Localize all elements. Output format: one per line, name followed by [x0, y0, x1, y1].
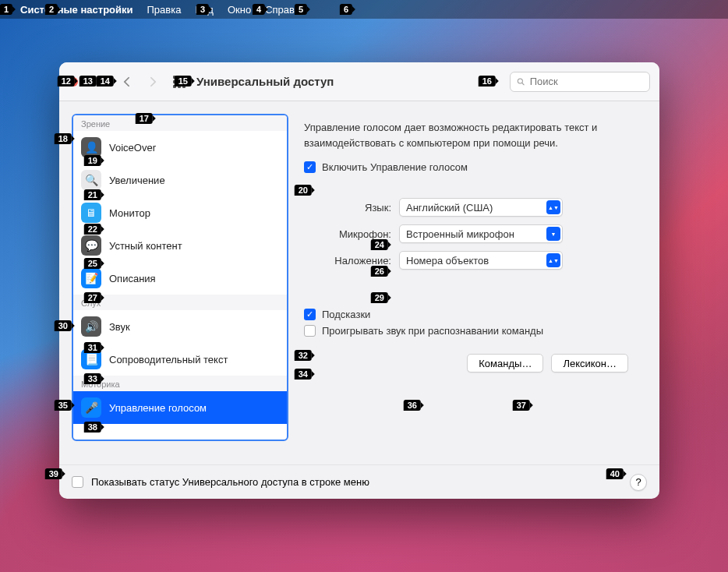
play-sound-checkbox[interactable]: [304, 325, 316, 337]
descriptions-icon: 📝: [81, 268, 101, 288]
annotation-marker: 38: [84, 422, 101, 433]
language-label: Язык:: [304, 202, 391, 214]
voice-control-icon: 🎤: [81, 397, 101, 418]
annotation-marker: 40: [606, 468, 624, 479]
annotation-marker: 22: [84, 224, 101, 235]
annotation-marker: 30: [55, 320, 72, 331]
annotation-marker: 19: [84, 155, 101, 166]
annotation-marker: 6: [340, 4, 352, 15]
annotation-marker: 35: [55, 400, 72, 411]
menubar: Системные настройки Правка Вид Окно Спра…: [0, 0, 728, 19]
vocabulary-button[interactable]: Лексикон…: [551, 354, 628, 373]
back-button[interactable]: [117, 72, 136, 91]
chevron-updown-icon: ▲▼: [546, 200, 560, 214]
section-vision: Зрение: [73, 115, 287, 131]
show-status-checkbox[interactable]: [72, 476, 83, 488]
help-button[interactable]: ?: [630, 474, 647, 491]
svg-point-0: [518, 78, 522, 83]
language-select[interactable]: Английский (США) ▲▼: [399, 198, 563, 217]
system-preferences-window: Универсальный доступ Зрение 👤 VoiceOver …: [59, 62, 659, 499]
overlay-select[interactable]: Номера объектов ▲▼: [399, 251, 563, 270]
window-title: Универсальный доступ: [196, 75, 334, 88]
annotation-marker: 33: [84, 373, 101, 384]
sidebar-item-label: Сопроводительный текст: [109, 354, 228, 365]
annotation-marker: 21: [84, 189, 101, 200]
annotation-marker: 13: [80, 76, 97, 87]
window-titlebar: Универсальный доступ: [59, 62, 659, 101]
sidebar-item-label: VoiceOver: [109, 142, 156, 154]
annotation-marker: 20: [295, 185, 312, 196]
sidebar-item-voiceover[interactable]: 👤 VoiceOver: [73, 131, 287, 164]
microphone-label: Микрофон:: [304, 228, 391, 240]
annotation-marker: 39: [45, 468, 62, 479]
sidebar-item-label: Описания: [109, 273, 156, 284]
hints-checkbox[interactable]: ✓: [304, 309, 316, 320]
annotation-marker: 3: [196, 4, 209, 15]
annotation-marker: 2: [45, 4, 58, 15]
annotation-marker: 5: [295, 4, 307, 15]
enable-voice-control-checkbox[interactable]: ✓: [304, 161, 316, 173]
annotation-marker: 31: [84, 342, 101, 353]
annotation-marker: 17: [136, 113, 153, 124]
menu-window[interactable]: Окно: [228, 4, 251, 16]
play-sound-label: Проигрывать звук при распознавании коман…: [322, 325, 543, 337]
zoom-icon: 🔍: [81, 170, 101, 190]
feature-description: Управление голосом дает возможность реда…: [304, 120, 644, 150]
spoken-icon: 💬: [81, 235, 101, 256]
annotation-marker: 37: [513, 400, 530, 411]
overlay-value: Номера объектов: [406, 255, 489, 267]
annotation-marker: 4: [253, 4, 265, 15]
search-input[interactable]: [530, 76, 643, 87]
commands-button[interactable]: Команды…: [467, 354, 543, 373]
annotation-marker: 36: [404, 400, 421, 411]
annotation-marker: 29: [371, 292, 388, 303]
sidebar-item-captions[interactable]: 📃 Сопроводительный текст: [73, 343, 287, 376]
search-field[interactable]: [510, 72, 650, 92]
sidebar-item-audio[interactable]: 🔊 Звук: [73, 310, 287, 343]
sidebar-item-spoken-content[interactable]: 💬 Устный контент: [73, 229, 287, 262]
enable-voice-control-label: Включить Управление голосом: [322, 161, 468, 173]
forward-button[interactable]: [143, 72, 162, 91]
overlay-label: Наложение:: [304, 255, 391, 267]
annotation-marker: 1: [0, 4, 12, 15]
sidebar-item-voice-control[interactable]: 🎤 Управление голосом: [73, 391, 287, 424]
annotation-marker: 16: [479, 76, 496, 87]
sidebar-item-label: Монитор: [109, 207, 150, 219]
sidebar-item-display[interactable]: 🖥 Монитор: [73, 196, 287, 229]
svg-line-1: [522, 83, 525, 85]
window-footer: Показывать статус Универсального доступа…: [59, 464, 659, 499]
microphone-select[interactable]: Встроенный микрофон ▼: [399, 224, 563, 243]
annotation-marker: 26: [371, 266, 388, 277]
sidebar-item-zoom[interactable]: 🔍 Увеличение: [73, 164, 287, 196]
section-hearing: Слух: [73, 295, 287, 310]
microphone-value: Встроенный микрофон: [406, 228, 514, 240]
sidebar-item-label: Устный контент: [109, 240, 182, 252]
sidebar-item-label: Управление голосом: [109, 402, 207, 414]
annotation-marker: 27: [84, 292, 101, 303]
annotation-marker: 15: [175, 76, 192, 87]
annotation-marker: 34: [295, 369, 312, 380]
annotation-marker: 32: [295, 350, 312, 361]
display-icon: 🖥: [81, 203, 101, 223]
search-icon: [517, 77, 525, 87]
settings-panel: Управление голосом дает возможность реда…: [301, 114, 647, 452]
chevron-updown-icon: ▲▼: [546, 253, 560, 267]
audio-icon: 🔊: [81, 316, 101, 337]
sidebar-item-label: Увеличение: [109, 175, 165, 186]
annotation-marker: 18: [55, 133, 72, 144]
menu-edit[interactable]: Правка: [147, 4, 182, 16]
annotation-marker: 25: [84, 258, 101, 269]
sidebar-item-label: Звук: [109, 321, 130, 333]
chevron-down-icon: ▼: [546, 227, 560, 241]
annotation-marker: 14: [97, 76, 114, 87]
language-value: Английский (США): [406, 202, 493, 214]
hints-label: Подсказки: [322, 309, 370, 320]
show-status-label: Показывать статус Универсального доступа…: [91, 476, 369, 488]
app-menu[interactable]: Системные настройки: [20, 4, 133, 16]
annotation-marker: 12: [58, 76, 75, 87]
annotation-marker: 24: [371, 239, 388, 250]
section-motor: Моторика: [73, 376, 287, 391]
sidebar-item-descriptions[interactable]: 📝 Описания: [73, 262, 287, 295]
